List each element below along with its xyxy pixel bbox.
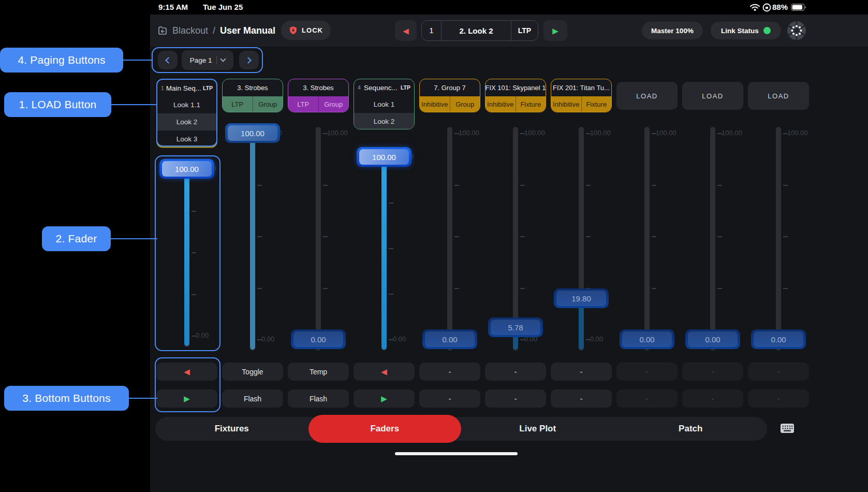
mode-cell-left[interactable]: Inhibitive — [551, 96, 582, 112]
fader-value: 0.00 — [771, 335, 786, 344]
sequence-header[interactable]: FIX 201: Titan Tu...InhibitiveFixture — [551, 79, 612, 112]
mode-cell-right[interactable]: Fixture — [516, 96, 546, 112]
column-top-button[interactable]: Temp — [288, 363, 349, 381]
annotation-line — [123, 60, 153, 61]
fader-track[interactable] — [447, 127, 452, 351]
scale-tick — [454, 185, 459, 186]
sequence-header[interactable]: FIX 101: Skypanel 1InhibitiveFixture — [485, 79, 546, 112]
column-top-button[interactable]: - — [419, 363, 480, 381]
scale-tick — [652, 236, 656, 237]
sequence-index: 1 — [161, 85, 164, 91]
mode-cell-left[interactable]: LTP — [288, 96, 319, 112]
mode-cell-left[interactable]: Inhibitive — [420, 96, 450, 112]
scale-tick — [783, 288, 788, 289]
column-bottom-button[interactable]: - — [682, 389, 743, 408]
mode-cell-right[interactable]: Fixture — [582, 96, 612, 112]
column-bottom-button[interactable]: Flash — [288, 389, 349, 408]
sequence-name: 7. Group 7 — [420, 79, 480, 96]
look-row[interactable]: Look 1.1 — [157, 96, 216, 113]
keyboard-icon[interactable] — [779, 423, 795, 435]
fader-handle[interactable]: 100.00 — [159, 159, 214, 179]
column-bottom-button[interactable]: - — [551, 389, 612, 408]
status-time: 9:15 AM — [158, 3, 188, 11]
scale-min-label: 0.00 — [590, 335, 617, 343]
column-bottom-button[interactable]: ▶ — [156, 389, 217, 408]
fader-handle[interactable]: 0.00 — [422, 329, 477, 349]
column-bottom-button[interactable]: - — [419, 389, 480, 408]
mode-cell-right[interactable]: Group — [450, 96, 480, 112]
scale-max-label: 100.00 — [459, 129, 486, 137]
fader-fill — [250, 133, 255, 350]
column-bottom-button[interactable]: ▶ — [354, 389, 415, 408]
scale-tick — [783, 236, 788, 237]
tab-patch[interactable]: Patch — [614, 417, 768, 441]
tab-faders[interactable]: Faders — [308, 415, 462, 443]
fader-handle[interactable]: 5.78 — [488, 317, 543, 337]
scale-tick — [717, 236, 722, 237]
fader-handle[interactable]: 100.00 — [357, 147, 411, 167]
fader-handle[interactable]: 0.00 — [751, 329, 806, 349]
mode-cell-left[interactable]: Inhibitive — [486, 96, 516, 112]
load-button[interactable]: LOAD — [748, 82, 809, 110]
column-top-button[interactable]: Toggle — [222, 363, 283, 381]
annotation-fader: 2. Fader — [42, 226, 111, 251]
fader-handle[interactable]: 19.80 — [554, 288, 609, 308]
mode-cell-left[interactable]: LTP — [223, 96, 253, 112]
fader-track[interactable] — [776, 127, 781, 351]
screen: { "status_bar": { "time": "9:15 AM", "da… — [0, 0, 868, 492]
sequence-header[interactable]: 4Sequenc...LTPLook 1Look 2 — [354, 79, 415, 129]
sequence-header[interactable]: 3. StrobesLTPGroup — [288, 79, 349, 112]
fader-handle[interactable]: 100.00 — [225, 123, 280, 143]
column-top-button[interactable]: - — [616, 363, 678, 381]
battery-icon — [791, 4, 806, 11]
tab-fixtures[interactable]: Fixtures — [155, 417, 308, 441]
fader-handle[interactable]: 0.00 — [291, 329, 346, 349]
status-date: Tue Jun 25 — [203, 3, 243, 11]
sequence-header[interactable]: 7. Group 7InhibitiveGroup — [419, 79, 480, 112]
fader-track[interactable] — [644, 127, 650, 351]
scale-tick — [257, 236, 262, 237]
home-indicator[interactable] — [395, 452, 518, 455]
status-bar: 9:15 AM Tue Jun 25 88% — [0, 0, 868, 15]
look-row[interactable]: Look 2 — [157, 113, 216, 131]
scale-tick — [652, 185, 656, 186]
column-bottom-button[interactable]: - — [748, 389, 809, 408]
look-row[interactable]: Look 3 — [157, 131, 216, 147]
column-top-button[interactable]: - — [748, 363, 809, 381]
look-row[interactable]: Look 2 — [354, 113, 414, 129]
scale-tick — [323, 288, 328, 289]
load-button[interactable]: LOAD — [682, 82, 743, 110]
tab-live-plot[interactable]: Live Plot — [461, 417, 614, 441]
scale-tick — [192, 294, 196, 295]
column-top-button[interactable]: ◀ — [156, 363, 217, 381]
mode-cell-right[interactable]: Group — [319, 96, 349, 112]
column-bottom-button[interactable]: - — [485, 389, 546, 408]
column-top-button[interactable]: - — [485, 363, 546, 381]
scale-max-label: 100.00 — [656, 129, 683, 137]
column-top-button[interactable]: ◀ — [354, 363, 415, 381]
column-bottom-button[interactable]: - — [616, 389, 678, 408]
fader-handle[interactable]: 0.00 — [685, 329, 740, 349]
column-top-button[interactable]: - — [551, 363, 612, 381]
fader-track[interactable] — [316, 127, 321, 351]
column-top-button[interactable]: - — [682, 363, 743, 381]
mode-cell-right[interactable]: Group — [253, 96, 283, 112]
scale-tick — [192, 252, 196, 253]
fader-value: 100.00 — [241, 129, 264, 138]
load-button[interactable]: LOAD — [616, 82, 678, 110]
look-row[interactable]: Look 1 — [354, 96, 414, 113]
scale-tick — [389, 202, 393, 204]
sequence-header[interactable]: 1Main Seq...LTPLook 1.1Look 2Look 3 — [156, 79, 217, 147]
scale-tick — [454, 236, 459, 237]
scale-tick — [389, 294, 393, 295]
fader-handle[interactable]: 0.00 — [620, 329, 674, 349]
scale-tick — [192, 211, 196, 212]
fader-fill — [381, 157, 387, 350]
sequence-index: 4 — [358, 84, 361, 91]
fader-value: 19.80 — [571, 294, 591, 303]
sequence-header[interactable]: 3. StrobesLTPGroup — [222, 79, 283, 112]
fader-track[interactable] — [710, 127, 715, 351]
column-bottom-button[interactable]: Flash — [222, 389, 283, 408]
scale-tick — [520, 185, 525, 186]
fader-value: 100.00 — [175, 165, 199, 173]
